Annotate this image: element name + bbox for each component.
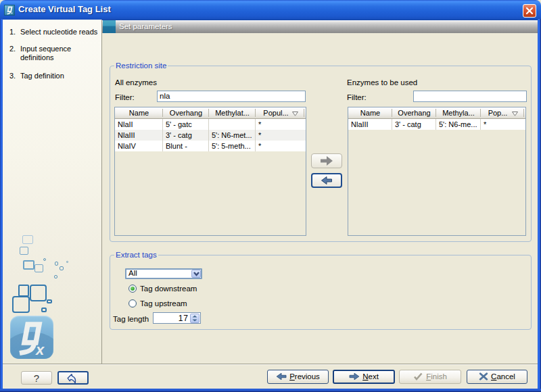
svg-text:x: x [35, 341, 45, 358]
